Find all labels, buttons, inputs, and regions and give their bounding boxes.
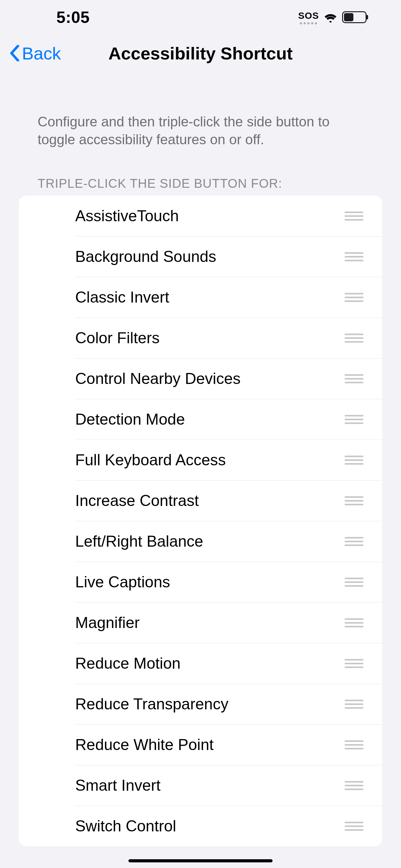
list-item[interactable]: Control Nearby Devices [19, 358, 382, 399]
status-right: SOS [298, 10, 382, 24]
list-item[interactable]: Classic Invert [19, 277, 382, 318]
list-item-label: Magnifier [75, 614, 140, 632]
sos-indicator: SOS [298, 10, 319, 24]
sos-text: SOS [298, 10, 319, 21]
drag-handle-icon[interactable] [345, 739, 364, 751]
drag-handle-icon[interactable] [345, 372, 364, 385]
shortcut-list: AssistiveTouchBackground SoundsClassic I… [19, 195, 382, 846]
list-item-label: Left/Right Balance [75, 532, 203, 550]
drag-handle-icon[interactable] [345, 494, 364, 507]
back-button[interactable]: Back [9, 43, 61, 64]
drag-handle-icon[interactable] [345, 454, 364, 466]
drag-handle-icon[interactable] [345, 576, 364, 588]
list-item-label: Live Captions [75, 573, 170, 591]
wifi-icon [323, 12, 338, 23]
drag-handle-icon[interactable] [345, 657, 364, 670]
list-item-label: Color Filters [75, 329, 160, 347]
drag-handle-icon[interactable] [345, 250, 364, 263]
list-item[interactable]: Background Sounds [19, 236, 382, 277]
list-item-label: Reduce White Point [75, 736, 214, 754]
list-item[interactable]: Full Keyboard Access [19, 440, 382, 480]
battery-icon [342, 11, 367, 23]
drag-handle-icon[interactable] [345, 820, 364, 832]
list-item[interactable]: Live Captions [19, 562, 382, 602]
list-item-label: Detection Mode [75, 410, 185, 428]
list-item[interactable]: Color Filters [19, 318, 382, 358]
list-item[interactable]: Increase Contrast [19, 480, 382, 521]
list-item[interactable]: Switch Control [19, 806, 382, 846]
drag-handle-icon[interactable] [345, 698, 364, 710]
list-item[interactable]: Reduce Motion [19, 643, 382, 684]
status-bar: 5:05 SOS [0, 0, 401, 34]
nav-bar: Back Accessibility Shortcut [0, 34, 401, 72]
list-item[interactable]: Magnifier [19, 602, 382, 643]
drag-handle-icon[interactable] [345, 616, 364, 629]
page-title: Accessibility Shortcut [108, 43, 293, 64]
list-item[interactable]: Left/Right Balance [19, 521, 382, 562]
list-item-label: Reduce Transparency [75, 695, 228, 713]
sos-dots [300, 22, 317, 24]
list-item-label: Reduce Motion [75, 654, 180, 673]
drag-handle-icon[interactable] [345, 291, 364, 304]
drag-handle-icon[interactable] [345, 535, 364, 548]
drag-handle-icon[interactable] [345, 779, 364, 792]
description-text: Configure and then triple-click the side… [19, 113, 382, 148]
drag-handle-icon[interactable] [345, 210, 364, 222]
list-item-label: Classic Invert [75, 288, 169, 306]
list-item[interactable]: Smart Invert [19, 765, 382, 806]
list-item[interactable]: Detection Mode [19, 399, 382, 440]
section-header: TRIPLE-CLICK THE SIDE BUTTON FOR: [19, 177, 382, 195]
chevron-left-icon [9, 45, 20, 61]
list-item-label: AssistiveTouch [75, 207, 179, 225]
list-item-label: Switch Control [75, 817, 176, 835]
list-item[interactable]: Reduce Transparency [19, 684, 382, 724]
status-time: 5:05 [19, 8, 90, 27]
list-item[interactable]: AssistiveTouch [19, 195, 382, 236]
home-indicator[interactable] [128, 859, 273, 862]
drag-handle-icon[interactable] [345, 413, 364, 426]
list-item[interactable]: Reduce White Point [19, 724, 382, 765]
list-item-label: Control Nearby Devices [75, 370, 240, 388]
list-item-label: Increase Contrast [75, 492, 199, 510]
list-item-label: Background Sounds [75, 248, 216, 266]
list-item-label: Smart Invert [75, 776, 161, 795]
battery-level [344, 13, 353, 21]
list-item-label: Full Keyboard Access [75, 451, 226, 469]
drag-handle-icon[interactable] [345, 332, 364, 344]
back-label: Back [22, 43, 61, 64]
